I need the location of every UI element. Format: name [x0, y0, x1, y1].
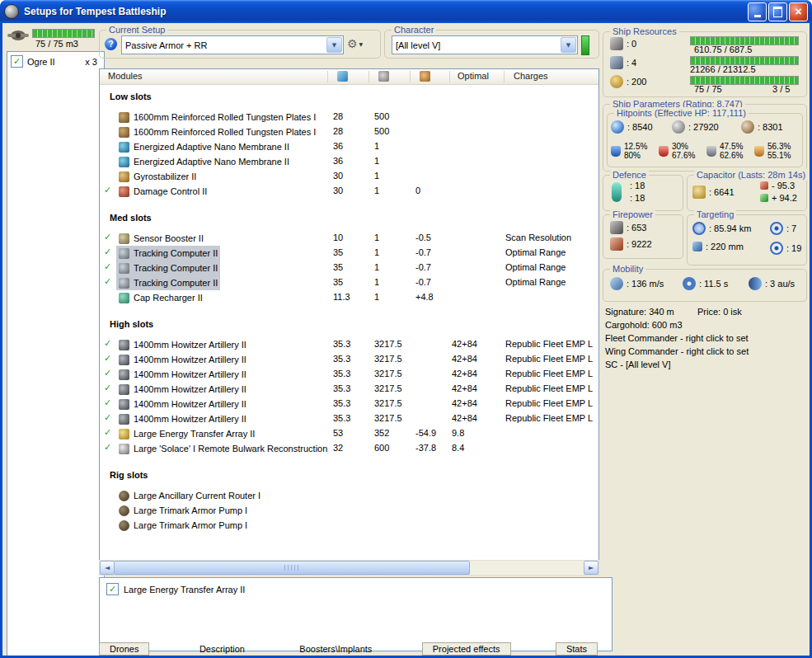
cpu-icon[interactable] [337, 71, 348, 82]
module-row[interactable]: 1600mm Reinforced Rolled Tungsten Plates… [100, 125, 598, 139]
module-name[interactable]: Cap Recharger II [134, 293, 203, 303]
module-row[interactable]: ✓1400mm Howitzer Artillery II35.33217.54… [100, 337, 598, 352]
module-name[interactable]: Tracking Computer II [134, 248, 218, 258]
module-row[interactable]: Large Trimark Armor Pump I [100, 503, 598, 518]
module-name-cell[interactable]: 1400mm Howitzer Artillery II [116, 337, 249, 352]
close-button[interactable]: × [789, 2, 808, 21]
module-name[interactable]: 1400mm Howitzer Artillery II [134, 340, 246, 350]
minimize-button[interactable] [748, 2, 767, 21]
module-row[interactable]: 1600mm Reinforced Rolled Tungsten Plates… [100, 110, 598, 125]
module-name-cell[interactable]: Large Trimark Armor Pump I [116, 503, 250, 518]
drone-list[interactable]: ✓ Ogre II x 3 [7, 51, 105, 656]
module-name-cell[interactable]: 1600mm Reinforced Rolled Tungsten Plates… [116, 125, 318, 139]
module-name-cell[interactable]: Cap Recharger II [116, 290, 205, 305]
module-row[interactable]: Energized Adaptive Nano Membrane II361 [100, 154, 598, 169]
module-name-cell[interactable]: Large Ancillary Current Router I [116, 488, 263, 503]
setup-combobox[interactable]: Passive Armor + RR ▼ [121, 35, 344, 54]
module-name-cell[interactable]: Tracking Computer II [116, 275, 220, 290]
module-name-cell[interactable]: Tracking Computer II [116, 261, 220, 275]
module-name-cell[interactable]: Large 'Solace' I Remote Bulwark Reconstr… [116, 441, 330, 456]
tab-projected-effects[interactable]: Projected effects [422, 642, 511, 656]
module-name[interactable]: Large Ancillary Current Router I [134, 491, 260, 501]
setup-tools-button[interactable]: ⚙ ▼ [347, 38, 363, 49]
module-row[interactable]: ✓1400mm Howitzer Artillery II35.33217.54… [100, 397, 598, 411]
module-name-cell[interactable]: 1600mm Reinforced Rolled Tungsten Plates… [116, 110, 318, 125]
module-name-cell[interactable]: Tracking Computer II [116, 246, 220, 261]
module-name-cell[interactable]: Gyrostabilizer II [116, 169, 199, 184]
module-name-cell[interactable]: Large Energy Transfer Array II [116, 426, 257, 441]
charge-checkbox[interactable]: ✓ [106, 583, 119, 595]
module-name-cell[interactable]: 1400mm Howitzer Artillery II [116, 411, 249, 426]
module-row[interactable]: ✓Sensor Booster II101-0.5Scan Resolution [100, 231, 598, 246]
titlebar[interactable]: Setups for Tempest Battleship × [0, 0, 812, 23]
module-name-cell[interactable]: 1400mm Howitzer Artillery II [116, 352, 249, 367]
scroll-left-button[interactable]: ◄ [100, 561, 115, 575]
module-active-check-icon[interactable]: ✓ [104, 412, 111, 423]
squad-commander-text[interactable]: SC - [All level V] [605, 358, 805, 371]
charge-list-item[interactable]: ✓ Large Energy Transfer Array II [106, 583, 605, 595]
module-name-cell[interactable]: 1400mm Howitzer Artillery II [116, 397, 249, 411]
module-name[interactable]: Large Trimark Armor Pump I [134, 520, 247, 530]
module-name[interactable]: Large Energy Transfer Array II [134, 429, 255, 439]
module-name[interactable]: Gyrostabilizer II [134, 172, 196, 181]
charges-column-header[interactable]: Charges [514, 71, 548, 81]
module-name[interactable]: 1400mm Howitzer Artillery II [134, 414, 246, 424]
module-active-check-icon[interactable]: ✓ [104, 383, 111, 393]
module-name[interactable]: Damage Control II [134, 186, 207, 196]
module-name-cell[interactable]: 1400mm Howitzer Artillery II [116, 367, 249, 382]
module-name[interactable]: Energized Adaptive Nano Membrane II [134, 157, 289, 167]
module-name-cell[interactable]: 1400mm Howitzer Artillery II [116, 382, 249, 397]
module-active-check-icon[interactable]: ✓ [104, 185, 111, 195]
module-name[interactable]: Large Trimark Armor Pump I [134, 505, 247, 515]
module-name[interactable]: Sensor Booster II [134, 233, 204, 243]
tab-boosters-implants[interactable]: Boosters\Implants [294, 644, 377, 654]
module-name[interactable]: 1600mm Reinforced Rolled Tungsten Plates… [134, 112, 316, 122]
module-name[interactable]: 1400mm Howitzer Artillery II [134, 399, 246, 409]
module-row[interactable]: ✓1400mm Howitzer Artillery II35.33217.54… [100, 382, 598, 397]
modules-column-header[interactable]: Modules [108, 71, 143, 81]
drone-list-item[interactable]: ✓ Ogre II x 3 [11, 55, 101, 68]
wing-commander-text[interactable]: Wing Commander - right click to set [605, 345, 805, 358]
module-row[interactable]: Energized Adaptive Nano Membrane II361 [100, 139, 598, 154]
fleet-commander-text[interactable]: Fleet Commander - right click to set [605, 331, 805, 345]
module-name[interactable]: 1400mm Howitzer Artillery II [134, 355, 246, 364]
module-row[interactable]: ✓Damage Control II3010 [100, 184, 598, 199]
module-row[interactable]: Cap Recharger II11.31+4.8 [100, 290, 598, 305]
module-row[interactable]: ✓1400mm Howitzer Artillery II35.33217.54… [100, 352, 598, 367]
module-name-cell[interactable]: Energized Adaptive Nano Membrane II [116, 139, 292, 154]
module-row[interactable]: ✓Large Energy Transfer Array II53352-54.… [100, 426, 598, 441]
module-row[interactable]: ✓Tracking Computer II351-0.7Optimal Rang… [100, 275, 598, 290]
module-row[interactable]: Large Ancillary Current Router I [100, 488, 598, 503]
module-active-check-icon[interactable]: ✓ [104, 368, 111, 378]
module-active-check-icon[interactable]: ✓ [104, 232, 111, 242]
module-name[interactable]: Large 'Solace' I Remote Bulwark Reconstr… [134, 444, 327, 454]
module-name[interactable]: 1400mm Howitzer Artillery II [134, 384, 246, 394]
module-name[interactable]: 1400mm Howitzer Artillery II [134, 369, 246, 379]
maximize-button[interactable] [768, 2, 787, 21]
tab-description[interactable]: Description [195, 644, 250, 654]
module-name-cell[interactable]: Damage Control II [116, 184, 209, 199]
module-active-check-icon[interactable]: ✓ [104, 442, 111, 453]
module-row[interactable]: ✓Tracking Computer II351-0.7Optimal Rang… [100, 246, 598, 261]
module-row[interactable]: ✓Tracking Computer II351-0.7Optimal Rang… [100, 261, 598, 275]
optimal-column-header[interactable]: Optimal [458, 71, 489, 81]
scrollbar-thumb[interactable] [114, 561, 470, 575]
module-row[interactable]: Large Trimark Armor Pump I [100, 518, 598, 533]
module-active-check-icon[interactable]: ✓ [104, 397, 111, 408]
chevron-down-icon[interactable]: ▼ [561, 37, 576, 53]
tab-stats[interactable]: Stats [556, 642, 598, 656]
module-row[interactable]: ✓1400mm Howitzer Artillery II35.33217.54… [100, 367, 598, 382]
module-name-cell[interactable]: Energized Adaptive Nano Membrane II [116, 154, 292, 169]
module-name-cell[interactable]: Large Trimark Armor Pump I [116, 518, 250, 533]
module-name-cell[interactable]: Sensor Booster II [116, 231, 206, 246]
module-name[interactable]: Energized Adaptive Nano Membrane II [134, 142, 289, 152]
module-active-check-icon[interactable]: ✓ [104, 353, 111, 364]
module-active-check-icon[interactable]: ✓ [104, 427, 111, 438]
module-name[interactable]: Tracking Computer II [134, 278, 218, 288]
drone-checkbox[interactable]: ✓ [11, 55, 23, 68]
module-active-check-icon[interactable]: ✓ [104, 261, 111, 272]
powergrid-icon[interactable] [378, 71, 389, 82]
module-name[interactable]: 1600mm Reinforced Rolled Tungsten Plates… [134, 127, 316, 137]
module-active-check-icon[interactable]: ✓ [104, 276, 111, 287]
module-row[interactable]: ✓Large 'Solace' I Remote Bulwark Reconst… [100, 441, 598, 456]
